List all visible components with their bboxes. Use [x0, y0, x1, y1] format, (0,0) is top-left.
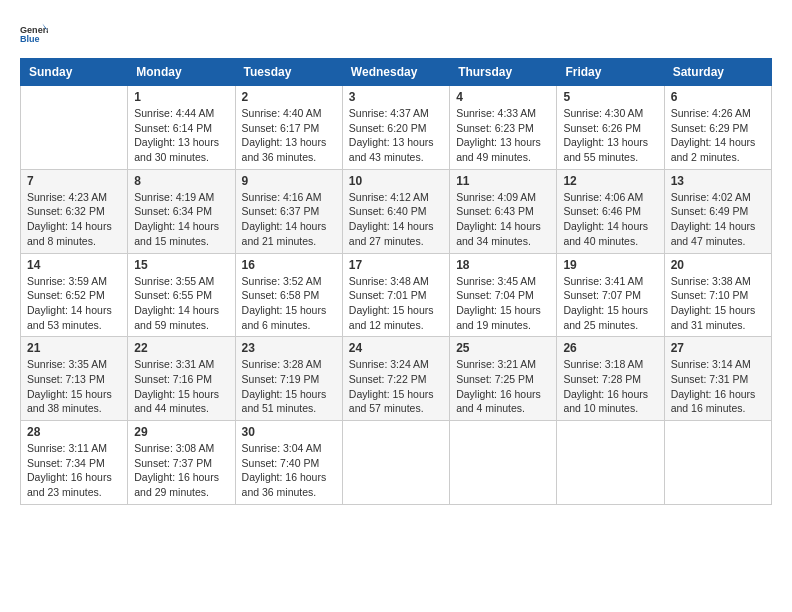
calendar-cell: [557, 421, 664, 505]
calendar-cell: 13Sunrise: 4:02 AM Sunset: 6:49 PM Dayli…: [664, 169, 771, 253]
logo-icon: General Blue: [20, 20, 48, 48]
day-number: 3: [349, 90, 443, 104]
calendar-cell: 6Sunrise: 4:26 AM Sunset: 6:29 PM Daylig…: [664, 86, 771, 170]
calendar-cell: [664, 421, 771, 505]
day-number: 14: [27, 258, 121, 272]
day-info: Sunrise: 3:38 AM Sunset: 7:10 PM Dayligh…: [671, 274, 765, 333]
day-number: 7: [27, 174, 121, 188]
calendar-cell: 19Sunrise: 3:41 AM Sunset: 7:07 PM Dayli…: [557, 253, 664, 337]
calendar-cell: 22Sunrise: 3:31 AM Sunset: 7:16 PM Dayli…: [128, 337, 235, 421]
calendar-cell: 21Sunrise: 3:35 AM Sunset: 7:13 PM Dayli…: [21, 337, 128, 421]
day-info: Sunrise: 4:23 AM Sunset: 6:32 PM Dayligh…: [27, 190, 121, 249]
day-info: Sunrise: 4:06 AM Sunset: 6:46 PM Dayligh…: [563, 190, 657, 249]
day-number: 5: [563, 90, 657, 104]
day-number: 28: [27, 425, 121, 439]
calendar-cell: 9Sunrise: 4:16 AM Sunset: 6:37 PM Daylig…: [235, 169, 342, 253]
day-header-tuesday: Tuesday: [235, 59, 342, 86]
calendar-cell: 29Sunrise: 3:08 AM Sunset: 7:37 PM Dayli…: [128, 421, 235, 505]
day-number: 17: [349, 258, 443, 272]
day-number: 11: [456, 174, 550, 188]
calendar-cell: 1Sunrise: 4:44 AM Sunset: 6:14 PM Daylig…: [128, 86, 235, 170]
day-header-sunday: Sunday: [21, 59, 128, 86]
calendar-cell: 11Sunrise: 4:09 AM Sunset: 6:43 PM Dayli…: [450, 169, 557, 253]
calendar-cell: 10Sunrise: 4:12 AM Sunset: 6:40 PM Dayli…: [342, 169, 449, 253]
day-number: 18: [456, 258, 550, 272]
calendar-cell: 15Sunrise: 3:55 AM Sunset: 6:55 PM Dayli…: [128, 253, 235, 337]
day-number: 9: [242, 174, 336, 188]
calendar-cell: 8Sunrise: 4:19 AM Sunset: 6:34 PM Daylig…: [128, 169, 235, 253]
day-number: 27: [671, 341, 765, 355]
day-number: 22: [134, 341, 228, 355]
day-number: 25: [456, 341, 550, 355]
day-number: 1: [134, 90, 228, 104]
calendar-cell: 25Sunrise: 3:21 AM Sunset: 7:25 PM Dayli…: [450, 337, 557, 421]
calendar-cell: 20Sunrise: 3:38 AM Sunset: 7:10 PM Dayli…: [664, 253, 771, 337]
day-number: 15: [134, 258, 228, 272]
day-header-saturday: Saturday: [664, 59, 771, 86]
day-info: Sunrise: 4:40 AM Sunset: 6:17 PM Dayligh…: [242, 106, 336, 165]
day-info: Sunrise: 3:08 AM Sunset: 7:37 PM Dayligh…: [134, 441, 228, 500]
calendar-cell: 28Sunrise: 3:11 AM Sunset: 7:34 PM Dayli…: [21, 421, 128, 505]
calendar-cell: 16Sunrise: 3:52 AM Sunset: 6:58 PM Dayli…: [235, 253, 342, 337]
day-number: 19: [563, 258, 657, 272]
day-info: Sunrise: 3:45 AM Sunset: 7:04 PM Dayligh…: [456, 274, 550, 333]
day-number: 4: [456, 90, 550, 104]
day-number: 21: [27, 341, 121, 355]
day-info: Sunrise: 3:52 AM Sunset: 6:58 PM Dayligh…: [242, 274, 336, 333]
calendar-week-2: 7Sunrise: 4:23 AM Sunset: 6:32 PM Daylig…: [21, 169, 772, 253]
calendar-cell: [342, 421, 449, 505]
day-info: Sunrise: 4:12 AM Sunset: 6:40 PM Dayligh…: [349, 190, 443, 249]
day-info: Sunrise: 3:14 AM Sunset: 7:31 PM Dayligh…: [671, 357, 765, 416]
day-number: 10: [349, 174, 443, 188]
day-info: Sunrise: 3:41 AM Sunset: 7:07 PM Dayligh…: [563, 274, 657, 333]
day-info: Sunrise: 4:02 AM Sunset: 6:49 PM Dayligh…: [671, 190, 765, 249]
calendar-cell: 18Sunrise: 3:45 AM Sunset: 7:04 PM Dayli…: [450, 253, 557, 337]
calendar-cell: 17Sunrise: 3:48 AM Sunset: 7:01 PM Dayli…: [342, 253, 449, 337]
day-number: 6: [671, 90, 765, 104]
calendar-cell: 24Sunrise: 3:24 AM Sunset: 7:22 PM Dayli…: [342, 337, 449, 421]
day-info: Sunrise: 3:28 AM Sunset: 7:19 PM Dayligh…: [242, 357, 336, 416]
calendar-cell: 7Sunrise: 4:23 AM Sunset: 6:32 PM Daylig…: [21, 169, 128, 253]
day-number: 2: [242, 90, 336, 104]
day-number: 23: [242, 341, 336, 355]
calendar-cell: 3Sunrise: 4:37 AM Sunset: 6:20 PM Daylig…: [342, 86, 449, 170]
day-info: Sunrise: 3:35 AM Sunset: 7:13 PM Dayligh…: [27, 357, 121, 416]
day-info: Sunrise: 3:55 AM Sunset: 6:55 PM Dayligh…: [134, 274, 228, 333]
calendar-table: SundayMondayTuesdayWednesdayThursdayFrid…: [20, 58, 772, 505]
day-number: 26: [563, 341, 657, 355]
day-info: Sunrise: 4:30 AM Sunset: 6:26 PM Dayligh…: [563, 106, 657, 165]
day-info: Sunrise: 3:31 AM Sunset: 7:16 PM Dayligh…: [134, 357, 228, 416]
day-number: 13: [671, 174, 765, 188]
day-info: Sunrise: 4:16 AM Sunset: 6:37 PM Dayligh…: [242, 190, 336, 249]
calendar-cell: 30Sunrise: 3:04 AM Sunset: 7:40 PM Dayli…: [235, 421, 342, 505]
calendar-cell: [21, 86, 128, 170]
day-number: 20: [671, 258, 765, 272]
calendar-cell: 2Sunrise: 4:40 AM Sunset: 6:17 PM Daylig…: [235, 86, 342, 170]
calendar-cell: 23Sunrise: 3:28 AM Sunset: 7:19 PM Dayli…: [235, 337, 342, 421]
day-info: Sunrise: 4:44 AM Sunset: 6:14 PM Dayligh…: [134, 106, 228, 165]
calendar-cell: 4Sunrise: 4:33 AM Sunset: 6:23 PM Daylig…: [450, 86, 557, 170]
logo: General Blue: [20, 20, 48, 48]
day-info: Sunrise: 4:09 AM Sunset: 6:43 PM Dayligh…: [456, 190, 550, 249]
day-info: Sunrise: 3:11 AM Sunset: 7:34 PM Dayligh…: [27, 441, 121, 500]
calendar-week-4: 21Sunrise: 3:35 AM Sunset: 7:13 PM Dayli…: [21, 337, 772, 421]
calendar-week-5: 28Sunrise: 3:11 AM Sunset: 7:34 PM Dayli…: [21, 421, 772, 505]
day-info: Sunrise: 4:26 AM Sunset: 6:29 PM Dayligh…: [671, 106, 765, 165]
calendar-cell: [450, 421, 557, 505]
day-info: Sunrise: 4:37 AM Sunset: 6:20 PM Dayligh…: [349, 106, 443, 165]
calendar-cell: 5Sunrise: 4:30 AM Sunset: 6:26 PM Daylig…: [557, 86, 664, 170]
calendar-week-3: 14Sunrise: 3:59 AM Sunset: 6:52 PM Dayli…: [21, 253, 772, 337]
calendar-cell: 27Sunrise: 3:14 AM Sunset: 7:31 PM Dayli…: [664, 337, 771, 421]
day-info: Sunrise: 3:48 AM Sunset: 7:01 PM Dayligh…: [349, 274, 443, 333]
day-number: 30: [242, 425, 336, 439]
day-info: Sunrise: 4:19 AM Sunset: 6:34 PM Dayligh…: [134, 190, 228, 249]
calendar-week-1: 1Sunrise: 4:44 AM Sunset: 6:14 PM Daylig…: [21, 86, 772, 170]
day-number: 24: [349, 341, 443, 355]
calendar-cell: 26Sunrise: 3:18 AM Sunset: 7:28 PM Dayli…: [557, 337, 664, 421]
day-header-friday: Friday: [557, 59, 664, 86]
day-info: Sunrise: 3:21 AM Sunset: 7:25 PM Dayligh…: [456, 357, 550, 416]
day-number: 12: [563, 174, 657, 188]
day-number: 16: [242, 258, 336, 272]
day-header-monday: Monday: [128, 59, 235, 86]
page-header: General Blue: [20, 20, 772, 48]
